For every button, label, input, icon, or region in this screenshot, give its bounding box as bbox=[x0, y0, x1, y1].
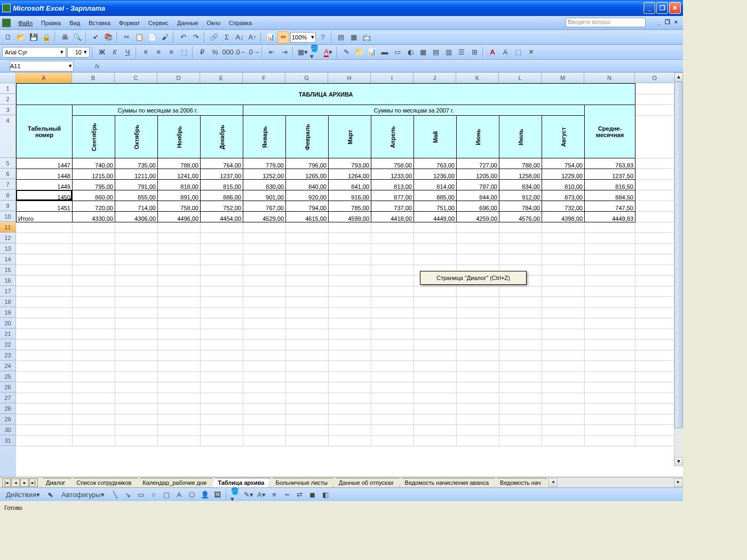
tb-extra7[interactable]: ▦ bbox=[417, 46, 429, 58]
row-header-3[interactable]: 3 bbox=[0, 105, 16, 115]
tb-extra8[interactable]: ▤ bbox=[430, 46, 442, 58]
dec-indent-button[interactable]: ⇤ bbox=[266, 46, 277, 58]
sheet-tab-0[interactable]: Диалог bbox=[40, 478, 71, 487]
select-objects-button[interactable]: ⬉ bbox=[45, 489, 57, 501]
underline-button[interactable]: Ч bbox=[122, 46, 133, 58]
row-header-26[interactable]: 26 bbox=[0, 382, 16, 393]
doc-minimize-button[interactable]: _ bbox=[655, 19, 663, 26]
permission-button[interactable]: 🔒 bbox=[41, 31, 52, 43]
row-header-13[interactable]: 13 bbox=[0, 243, 16, 254]
col-header-E[interactable]: E bbox=[200, 73, 243, 83]
row-header-31[interactable]: 31 bbox=[0, 435, 16, 446]
menu-help[interactable]: Справка bbox=[225, 18, 256, 28]
sheet-tab-6[interactable]: Ведомость начисления аванса bbox=[399, 478, 495, 487]
col-header-D[interactable]: D bbox=[157, 73, 200, 83]
row-header-9[interactable]: 9 bbox=[0, 201, 16, 211]
spelling-button[interactable]: ✔ bbox=[90, 31, 101, 43]
paste-button[interactable]: 📄 bbox=[146, 31, 158, 43]
tab-nav-1[interactable]: ◂ bbox=[11, 478, 20, 487]
minimize-button[interactable]: _ bbox=[643, 2, 655, 14]
tb-extra6[interactable]: ◐ bbox=[404, 46, 416, 58]
preview-button[interactable]: 🔍 bbox=[71, 31, 83, 43]
font-color-draw-button[interactable]: A▾ bbox=[256, 489, 267, 501]
tb-extra14[interactable]: ⬚ bbox=[512, 46, 524, 58]
row-header-14[interactable]: 14 bbox=[0, 254, 16, 265]
textbox-button[interactable]: ▢ bbox=[161, 489, 172, 501]
col-header-N[interactable]: N bbox=[584, 73, 635, 83]
zoom-select[interactable]: 100%▾ bbox=[290, 32, 316, 43]
sort-desc-button[interactable]: A↑ bbox=[247, 31, 258, 43]
row-header-8[interactable]: 8 bbox=[0, 190, 16, 201]
hyperlink-button[interactable]: 🔗 bbox=[208, 31, 220, 43]
row-header-7[interactable]: 7 bbox=[0, 179, 16, 190]
maximize-button[interactable]: ❐ bbox=[656, 2, 668, 14]
arrow-style-button[interactable]: ⇄ bbox=[294, 489, 306, 501]
sheet-tab-5[interactable]: Данные об отпусках bbox=[333, 478, 400, 487]
font-color-button[interactable]: A▾ bbox=[322, 46, 334, 58]
cut-button[interactable]: ✂ bbox=[121, 31, 132, 43]
row-header-28[interactable]: 28 bbox=[0, 403, 16, 414]
row-header-27[interactable]: 27 bbox=[0, 393, 16, 403]
sheet-tab-3[interactable]: Таблица архива bbox=[212, 478, 270, 487]
horizontal-scrollbar[interactable]: ◂ ▸ bbox=[549, 478, 683, 487]
line-button[interactable]: ╲ bbox=[109, 489, 121, 501]
col-header-I[interactable]: I bbox=[371, 73, 414, 83]
menu-format[interactable]: Формат bbox=[115, 18, 144, 28]
tb-extra10[interactable]: ☰ bbox=[456, 46, 467, 58]
row-header-23[interactable]: 23 bbox=[0, 350, 16, 361]
align-left-button[interactable]: ≡ bbox=[140, 46, 152, 58]
col-header-G[interactable]: G bbox=[285, 73, 328, 83]
align-right-button[interactable]: ≡ bbox=[165, 46, 177, 58]
row-header-4[interactable]: 4 bbox=[0, 115, 16, 158]
redo-button[interactable]: ↷ bbox=[190, 31, 202, 43]
drawing-button[interactable]: ✏ bbox=[277, 31, 289, 43]
wordart-button[interactable]: A bbox=[173, 489, 185, 501]
row-header-10[interactable]: 10 bbox=[0, 211, 16, 222]
tb-extra1[interactable]: ✎ bbox=[340, 46, 352, 58]
rect-button[interactable]: ▭ bbox=[135, 489, 147, 501]
tb-extra2[interactable]: 📁 bbox=[353, 46, 365, 58]
tab-nav-0[interactable]: |◂ bbox=[2, 478, 11, 487]
bold-button[interactable]: Ж bbox=[96, 46, 108, 58]
tb-extra11[interactable]: ⊞ bbox=[468, 46, 480, 58]
autoshapes-button[interactable]: Автофигуры▾ bbox=[58, 489, 108, 501]
tb-extra3[interactable]: 📊 bbox=[366, 46, 378, 58]
menu-edit[interactable]: Правка bbox=[37, 18, 65, 28]
undo-button[interactable]: ↶ bbox=[177, 31, 189, 43]
fill-color-button[interactable]: 🪣▾ bbox=[309, 46, 321, 58]
scroll-down-button[interactable]: ▼ bbox=[674, 457, 683, 466]
ask-question-input[interactable]: Введите вопрос bbox=[566, 18, 646, 27]
col-header-H[interactable]: H bbox=[328, 73, 371, 83]
col-header-A[interactable]: A bbox=[16, 73, 72, 83]
col-header-B[interactable]: B bbox=[72, 73, 115, 83]
doc-close-button[interactable]: × bbox=[672, 19, 680, 26]
cells-grid[interactable]: ТАБЛИЦА АРХИВАТабельный номерСуммы по ме… bbox=[16, 83, 675, 477]
tb-extra15[interactable]: ✕ bbox=[525, 46, 537, 58]
vertical-scrollbar[interactable]: ▲ ▼ bbox=[674, 73, 683, 466]
col-header-L[interactable]: L bbox=[499, 73, 542, 83]
scroll-up-button[interactable]: ▲ bbox=[674, 73, 683, 82]
row-header-21[interactable]: 21 bbox=[0, 329, 16, 339]
tab-nav-3[interactable]: ▸| bbox=[29, 478, 38, 487]
hscroll-right-button[interactable]: ▸ bbox=[674, 478, 683, 487]
inc-indent-button[interactable]: ⇥ bbox=[279, 46, 290, 58]
draw-actions-button[interactable]: Действия▾ bbox=[2, 489, 44, 501]
custom2-button[interactable]: ▦ bbox=[348, 31, 360, 43]
font-size-select[interactable]: 10▾ bbox=[67, 47, 90, 58]
row-header-30[interactable]: 30 bbox=[0, 425, 16, 435]
currency-button[interactable]: ₽ bbox=[196, 46, 208, 58]
fill-button[interactable]: 🪣▾ bbox=[230, 489, 242, 501]
tb-extra12[interactable]: A bbox=[487, 46, 498, 58]
sheet-tab-1[interactable]: Список сотрудников bbox=[70, 478, 137, 487]
row-header-6[interactable]: 6 bbox=[0, 169, 16, 179]
line-style-button[interactable]: ≡ bbox=[268, 489, 280, 501]
copy-button[interactable]: 📋 bbox=[133, 31, 145, 43]
picture-button[interactable]: 🖼 bbox=[212, 489, 224, 501]
sheet-tab-2[interactable]: Календар_рабочие дни bbox=[137, 478, 212, 487]
3d-button[interactable]: ◧ bbox=[320, 489, 331, 501]
sheet-tab-4[interactable]: Больничные листы bbox=[269, 478, 333, 487]
row-header-12[interactable]: 12 bbox=[0, 233, 16, 243]
fx-label[interactable]: fx bbox=[95, 63, 100, 69]
chart-button[interactable]: 📊 bbox=[265, 31, 276, 43]
percent-button[interactable]: % bbox=[209, 46, 221, 58]
